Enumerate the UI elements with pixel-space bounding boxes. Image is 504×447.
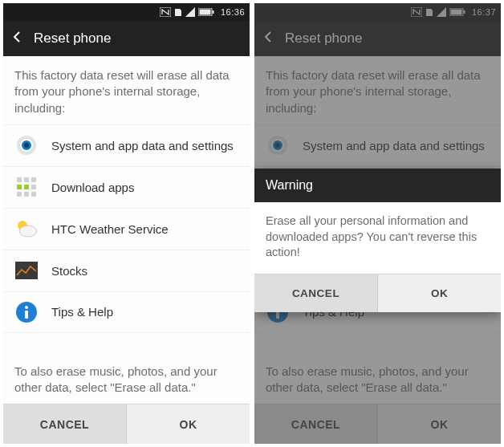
info-icon (14, 300, 39, 324)
intro-text: This factory data reset will erase all d… (3, 56, 250, 124)
list-item-label: HTC Weather Service (51, 222, 169, 236)
gear-ring-icon (14, 133, 39, 157)
svg-rect-15 (17, 192, 22, 197)
footnote-text: To also erase music, photos, and your ot… (3, 354, 250, 404)
sim-icon (174, 7, 182, 17)
list-item: Tips & Help (3, 291, 250, 333)
signal-icon: x (185, 7, 195, 17)
warning-dialog: Warning Erase all your personal informat… (254, 169, 501, 312)
svg-rect-23 (25, 311, 28, 319)
list-item-label: System and app data and settings (51, 139, 234, 152)
cancel-button[interactable]: CANCEL (3, 404, 127, 444)
list-item-label: Download apps (51, 181, 134, 194)
app-header: Reset phone (3, 21, 250, 56)
status-time: 16:36 (221, 7, 245, 17)
svg-point-22 (25, 306, 28, 309)
apps-grid-icon (14, 175, 39, 199)
list-item: HTC Weather Service (3, 208, 250, 250)
list-item-label: Stocks (51, 264, 87, 278)
weather-icon (14, 217, 39, 241)
erase-list: System and app data and settings Downloa… (3, 124, 250, 354)
dialog-button-row: CANCEL OK (254, 274, 501, 312)
screen-reset-phone-warning: x 16:37 Reset phone This factory data re… (254, 3, 501, 444)
svg-rect-3 (199, 10, 210, 15)
dialog-title: Warning (254, 169, 501, 202)
svg-rect-12 (17, 185, 22, 189)
dialog-ok-button[interactable]: OK (378, 274, 501, 312)
page-title: Reset phone (34, 30, 111, 47)
ok-button[interactable]: OK (127, 404, 250, 444)
stocks-icon (14, 258, 39, 282)
svg-rect-4 (212, 10, 213, 14)
battery-icon (198, 8, 214, 16)
list-item: Download apps (3, 166, 250, 208)
back-icon[interactable] (11, 31, 22, 46)
svg-point-19 (19, 226, 37, 237)
status-bar: x 16:36 (3, 3, 250, 21)
svg-rect-11 (31, 177, 36, 182)
svg-rect-13 (24, 185, 29, 189)
svg-rect-14 (31, 185, 36, 189)
svg-text:x: x (187, 7, 189, 12)
list-item: System and app data and settings (3, 124, 250, 166)
svg-rect-17 (31, 192, 36, 197)
nfc-icon (160, 7, 171, 17)
svg-rect-16 (24, 192, 29, 197)
list-item-label: Tips & Help (51, 305, 113, 319)
svg-rect-10 (24, 177, 29, 182)
svg-rect-9 (17, 177, 22, 182)
button-row: CANCEL OK (3, 404, 250, 444)
list-item: Stocks (3, 250, 250, 291)
dialog-cancel-button[interactable]: CANCEL (254, 274, 378, 312)
svg-point-8 (24, 143, 29, 148)
content-area: This factory data reset will erase all d… (3, 56, 250, 404)
screen-reset-phone: x 16:36 Reset phone This factory data re… (3, 3, 250, 444)
dialog-message: Erase all your personal information and … (254, 202, 501, 274)
